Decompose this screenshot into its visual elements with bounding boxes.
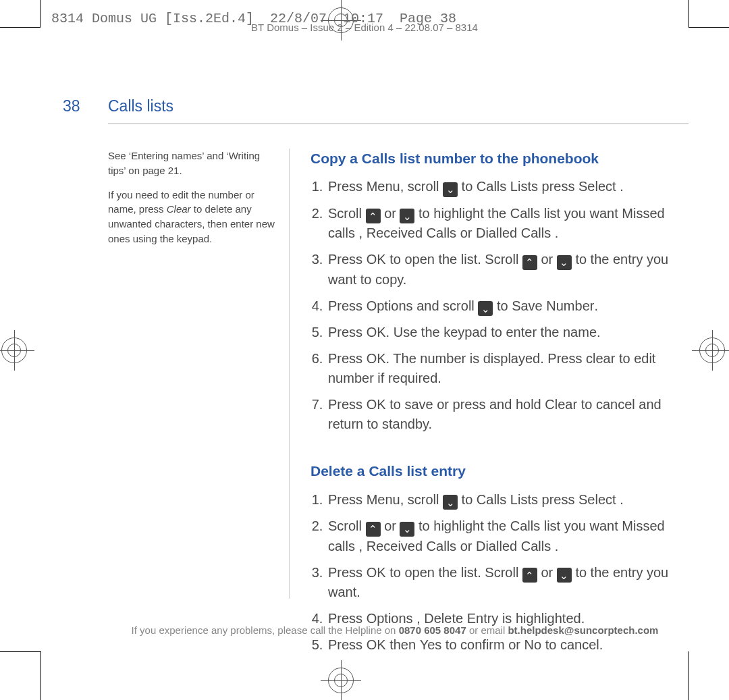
- t: or: [381, 518, 400, 533]
- crop-mark: [0, 651, 40, 652]
- chevron-down-icon: ⌄: [400, 209, 414, 223]
- t: .: [594, 298, 598, 313]
- helpline-phone: 0870 605 8047: [399, 624, 466, 636]
- chevron-up-icon: ⌃: [522, 255, 537, 270]
- t: Press: [328, 397, 367, 412]
- chevron-down-icon: ⌄: [557, 255, 572, 270]
- t: Press: [328, 351, 367, 366]
- menu-item-calls-lists: Calls Lists: [477, 179, 538, 194]
- menu-item-dialled-calls: Dialled Calls: [476, 539, 551, 554]
- divider: [108, 124, 688, 124]
- helpline-footer: If you experience any problems, please c…: [108, 624, 682, 636]
- t: Press: [328, 637, 367, 652]
- t: or: [537, 565, 557, 580]
- step: Scroll ⌃ or ⌄ to highlight the Calls lis…: [327, 204, 682, 244]
- chevron-up-icon: ⌃: [522, 568, 537, 583]
- t: .: [551, 539, 558, 554]
- key-label-select: Select: [578, 492, 616, 507]
- key-label-ok: OK: [367, 565, 386, 580]
- t: Press: [328, 179, 367, 194]
- step: Press OK to open the list. Scroll ⌃ or ⌄…: [327, 563, 682, 603]
- key-label-ok: OK: [367, 397, 386, 412]
- step: Press OK. Use the keypad to enter the na…: [327, 323, 682, 342]
- note-text: See ‘Entering names’ and ‘Writing tips’ …: [108, 150, 260, 176]
- t: to open the list. Scroll: [386, 565, 522, 580]
- t: or: [381, 206, 400, 221]
- note-text: .: [179, 165, 182, 176]
- t: press: [538, 179, 578, 194]
- chevron-down-icon: ⌄: [443, 182, 458, 197]
- t: to highlight the Calls list you want: [414, 518, 622, 533]
- margin-note: See ‘Entering names’ and ‘Writing tips’ …: [108, 149, 277, 256]
- section-title: Calls lists: [108, 97, 173, 115]
- menu-item-save-number: Save Number: [512, 298, 594, 313]
- menu-item-calls-lists: Calls Lists: [477, 492, 538, 507]
- t: Scroll: [328, 518, 366, 533]
- t: Scroll: [328, 206, 366, 221]
- key-label-clear: Clear: [167, 203, 191, 215]
- t: Press: [328, 298, 367, 313]
- heading-delete-entry: Delete a Calls list entry: [310, 461, 682, 481]
- key-label-ok: OK: [367, 637, 386, 652]
- key-label-options: Options: [367, 298, 413, 313]
- key-label-select: Select: [578, 179, 616, 194]
- t: and scroll: [413, 298, 479, 313]
- t: or: [456, 539, 476, 554]
- chevron-down-icon: ⌄: [400, 522, 414, 537]
- registration-mark-icon: [1, 338, 27, 363]
- t: or: [537, 252, 557, 267]
- steps-copy: Press Menu, scroll ⌄ to Calls Lists pres…: [310, 177, 682, 434]
- page-body: 38 Calls lists See ‘Entering names’ and …: [40, 27, 688, 673]
- t: Press: [328, 565, 367, 580]
- t: to cancel.: [541, 637, 603, 652]
- menu-item-received-calls: Received Calls: [367, 225, 456, 240]
- chevron-up-icon: ⌃: [366, 522, 381, 537]
- menu-item-dialled-calls: Dialled Calls: [476, 225, 551, 240]
- step: Scroll ⌃ or ⌄ to highlight the Calls lis…: [327, 516, 682, 556]
- page-number: 38: [63, 97, 80, 115]
- t: or: [456, 225, 476, 240]
- t: Press: [328, 492, 367, 507]
- heading-copy-to-phonebook: Copy a Calls list number to the phoneboo…: [310, 149, 682, 169]
- main-content: Copy a Calls list number to the phoneboo…: [310, 149, 682, 682]
- t: to confirm or: [441, 637, 524, 652]
- chevron-down-icon: ⌄: [443, 495, 458, 510]
- chevron-down-icon: ⌄: [478, 301, 493, 316]
- menu-item-received-calls: Received Calls: [367, 539, 456, 554]
- t: . Use the keypad to enter the name.: [386, 325, 601, 340]
- option-yes: Yes: [420, 637, 442, 652]
- column-divider: [289, 149, 290, 599]
- t: .: [551, 225, 558, 240]
- key-label-menu: Menu: [367, 179, 400, 194]
- key-label-menu: Menu: [367, 492, 400, 507]
- step: Press Menu, scroll ⌄ to Calls Lists pres…: [327, 490, 682, 510]
- footer-text: or email: [466, 624, 508, 636]
- t: Press: [328, 325, 367, 340]
- t: to open the list. Scroll: [386, 252, 522, 267]
- t: , scroll: [400, 179, 443, 194]
- t: .: [616, 492, 624, 507]
- t: .: [616, 179, 624, 194]
- step: Press Menu, scroll ⌄ to Calls Lists pres…: [327, 177, 682, 197]
- key-label-clear: Clear: [545, 397, 577, 412]
- t: to highlight the Calls list you want: [414, 206, 622, 221]
- t: to: [458, 179, 477, 194]
- footer-text: If you experience any problems, please c…: [132, 624, 399, 636]
- t: , scroll: [400, 492, 443, 507]
- key-label-ok: OK: [367, 351, 386, 366]
- registration-mark-icon: [699, 338, 725, 363]
- t: to: [458, 492, 477, 507]
- step: Press Options and scroll ⌄ to Save Numbe…: [327, 296, 682, 317]
- option-no: No: [524, 637, 542, 652]
- t: ,: [355, 539, 367, 554]
- chevron-down-icon: ⌄: [557, 568, 572, 583]
- key-label-ok: OK: [367, 325, 386, 340]
- t: press: [538, 492, 578, 507]
- t: ,: [355, 225, 367, 240]
- t: to save or press and hold: [386, 397, 545, 412]
- step: Press OK to save or press and hold Clear…: [327, 395, 682, 434]
- key-label-ok: OK: [367, 252, 386, 267]
- step: Press OK to open the list. Scroll ⌃ or ⌄…: [327, 250, 682, 290]
- t: Press: [328, 252, 367, 267]
- step: Press OK then Yes to confirm or No to ca…: [327, 635, 682, 655]
